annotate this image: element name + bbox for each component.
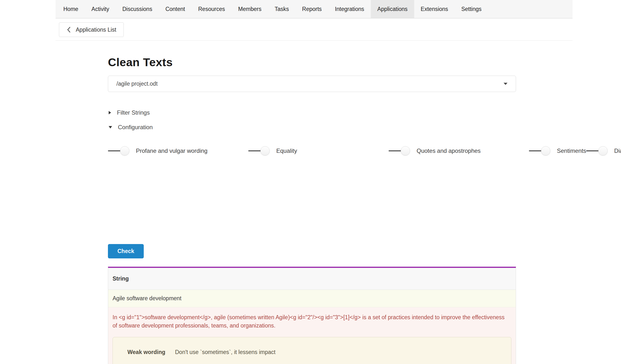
toggle-switch-quotes-and-apostrophes[interactable] [389, 146, 410, 156]
warning-box: Weak wording Don't use `sometimes`, it l… [113, 337, 511, 364]
top-navigation: HomeActivityDiscussionsContentResourcesM… [55, 0, 572, 18]
toggle-switch-sentiments[interactable] [529, 146, 550, 156]
filter-strings-label: Filter Strings [117, 109, 150, 116]
toggle-track [586, 150, 600, 151]
result-string-row: Agile software development [108, 290, 516, 307]
toggle-track [108, 150, 121, 151]
results-column-header: String [108, 268, 516, 290]
applications-list-back-button[interactable]: Applications List [59, 22, 124, 37]
triangle-right-icon [109, 111, 111, 114]
back-button-label: Applications List [76, 27, 116, 33]
filter-strings-section-toggle[interactable]: Filter Strings [109, 109, 150, 116]
page-title: Clean Texts [108, 55, 173, 69]
nav-item-tasks[interactable]: Tasks [268, 0, 295, 18]
nav-item-settings[interactable]: Settings [455, 0, 488, 18]
toggle-label-profane-and-vulgar-wording: Profane and vulgar wording [136, 147, 207, 154]
file-select-value: /agile project.odt [117, 80, 158, 87]
toggle-label-diacritics: Diacritics [614, 147, 621, 154]
toggle-row-quotes-and-apostrophes: Quotes and apostrophes [389, 140, 529, 161]
triangle-down-icon [109, 126, 112, 128]
check-button[interactable]: Check [108, 244, 144, 258]
toggle-knob[interactable] [541, 146, 550, 156]
nav-item-discussions[interactable]: Discussions [116, 0, 159, 18]
toggle-track [389, 150, 402, 151]
toggle-row-profane-and-vulgar-wording: Profane and vulgar wording [108, 140, 248, 161]
nav-item-reports[interactable]: Reports [295, 0, 328, 18]
nav-item-extensions[interactable]: Extensions [414, 0, 455, 18]
toggle-track [248, 150, 262, 151]
toggle-knob[interactable] [401, 146, 410, 156]
warning-message: Don't use `sometimes`, it lessens impact [175, 349, 276, 355]
nav-item-resources[interactable]: Resources [191, 0, 231, 18]
toggle-row-equality: Equality [248, 140, 389, 161]
configuration-toggle-grid: Profane and vulgar wordingEqualityQuotes… [108, 140, 532, 161]
warning-category: Weak wording [127, 349, 165, 355]
toggle-knob[interactable] [598, 146, 608, 156]
toggle-label-quotes-and-apostrophes: Quotes and apostrophes [417, 147, 481, 154]
file-select[interactable]: /agile project.odt [108, 76, 516, 92]
toggle-switch-equality[interactable] [248, 146, 270, 156]
chevron-left-icon [67, 27, 71, 33]
results-panel: String Agile software development In <g … [108, 267, 516, 364]
toggle-label-equality: Equality [276, 147, 297, 154]
configuration-label: Configuration [118, 124, 153, 131]
toggle-knob[interactable] [260, 146, 270, 156]
toggle-track [529, 150, 543, 151]
nav-item-members[interactable]: Members [231, 0, 268, 18]
issue-text: In <g id="1">software development</g>, a… [113, 313, 505, 330]
toggle-switch-diacritics[interactable] [586, 146, 608, 156]
toggle-row-sentiments: Sentiments [529, 140, 586, 161]
header-divider [55, 40, 572, 41]
nav-item-home[interactable]: Home [57, 0, 85, 18]
toggle-switch-profane-and-vulgar-wording[interactable] [108, 146, 129, 156]
toggle-label-sentiments: Sentiments [557, 147, 586, 154]
toggle-row-diacritics: Diacritics [586, 140, 621, 161]
nav-item-activity[interactable]: Activity [85, 0, 116, 18]
toggle-knob[interactable] [120, 146, 129, 156]
result-issue-block: In <g id="1">software development</g>, a… [108, 307, 516, 364]
nav-item-content[interactable]: Content [159, 0, 192, 18]
nav-item-integrations[interactable]: Integrations [328, 0, 371, 18]
chevron-down-icon [503, 83, 507, 85]
configuration-section-toggle[interactable]: Configuration [109, 124, 153, 131]
nav-item-applications[interactable]: Applications [371, 0, 414, 18]
